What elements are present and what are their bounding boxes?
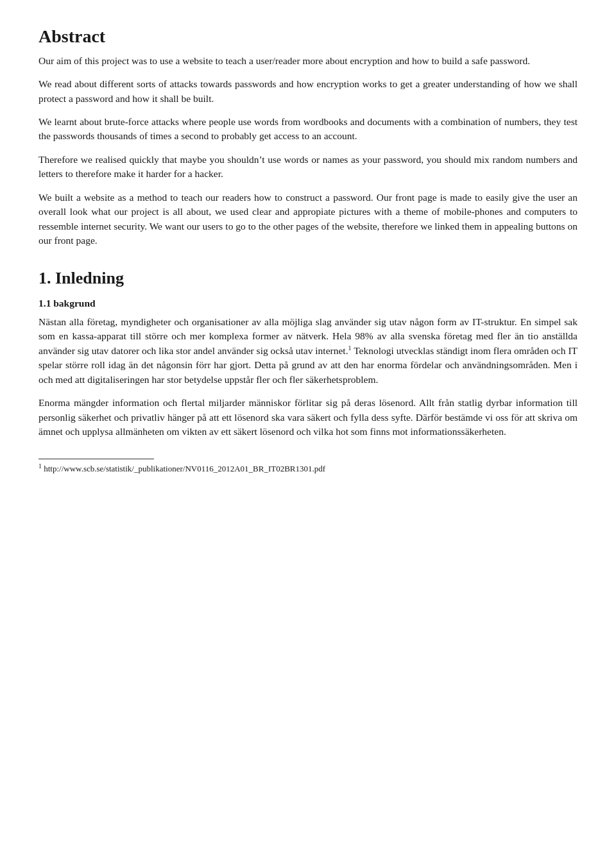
abstract-title: Abstract [38, 26, 578, 47]
section-1-heading: 1. Inledning [38, 266, 578, 291]
abstract-paragraph-5: We built a website as a method to teach … [38, 191, 578, 248]
page: Abstract Our aim of this project was to … [0, 0, 616, 513]
footnote-text: http://www.scb.se/statistik/_publikation… [42, 464, 325, 473]
footnote-divider [38, 459, 154, 459]
abstract-paragraph-1: Our aim of this project was to use a web… [38, 54, 578, 68]
abstract-paragraph-2: We read about different sorts of attacks… [38, 77, 578, 106]
footnote-1: 1 http://www.scb.se/statistik/_publikati… [38, 463, 578, 475]
subsection-1-1-paragraph-2: Enorma mängder information och flertal m… [38, 396, 578, 439]
subsection-1-1-paragraph-1: Nästan alla företag, myndigheter och org… [38, 315, 578, 387]
abstract-paragraph-4: Therefore we realised quickly that maybe… [38, 153, 578, 182]
subsection-1-1-heading: 1.1 bakgrund [38, 296, 578, 310]
abstract-paragraph-3: We learnt about brute-force attacks wher… [38, 115, 578, 144]
